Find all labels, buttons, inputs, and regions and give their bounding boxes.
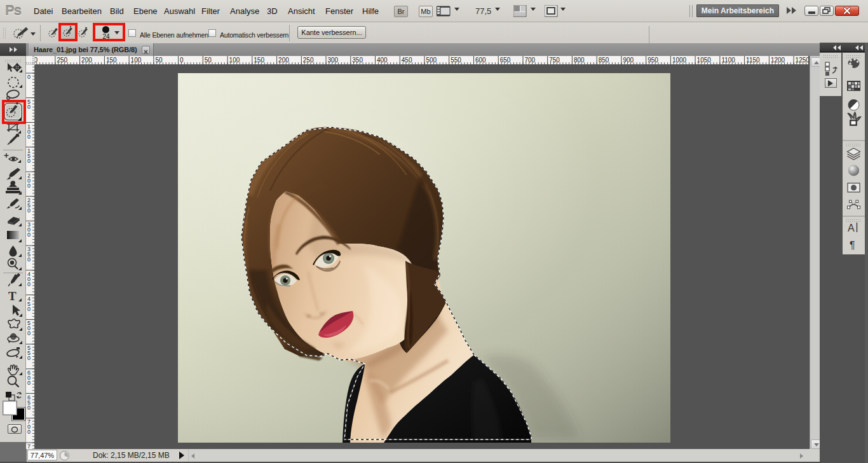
svg-text:650: 650	[500, 57, 511, 64]
svg-text:900: 900	[623, 57, 634, 64]
svg-text:700: 700	[525, 57, 536, 64]
svg-text:950: 950	[648, 57, 658, 64]
svg-text:150: 150	[254, 57, 264, 64]
svg-text:0: 0	[27, 281, 31, 287]
svg-text:250: 250	[303, 57, 314, 64]
svg-text:0: 0	[27, 256, 31, 263]
svg-text:450: 450	[402, 57, 412, 64]
svg-text:0: 0	[27, 207, 31, 214]
svg-text:0: 0	[27, 74, 31, 80]
svg-text:0: 0	[27, 306, 31, 312]
svg-text:0: 0	[27, 134, 31, 140]
svg-text:150: 150	[106, 57, 117, 64]
svg-text:1050: 1050	[697, 57, 712, 64]
svg-text:0: 0	[180, 57, 184, 64]
svg-text:1250: 1250	[796, 57, 808, 64]
svg-text:0: 0	[27, 355, 31, 361]
svg-text:250: 250	[57, 57, 67, 64]
svg-text:¶: ¶	[850, 240, 855, 251]
svg-text:A: A	[848, 223, 855, 233]
svg-text:600: 600	[475, 57, 486, 64]
svg-text:500: 500	[426, 57, 437, 64]
svg-text:550: 550	[451, 57, 461, 64]
svg-text:400: 400	[377, 57, 388, 64]
svg-text:300: 300	[328, 57, 339, 64]
svg-text:0: 0	[27, 429, 31, 435]
svg-text:50: 50	[155, 57, 163, 64]
svg-text:100: 100	[229, 57, 240, 64]
svg-text:T: T	[8, 289, 17, 303]
svg-text:200: 200	[278, 57, 289, 64]
svg-text:1150: 1150	[746, 57, 760, 64]
svg-text:1200: 1200	[771, 57, 785, 64]
svg-text:0: 0	[27, 183, 31, 189]
svg-text:1100: 1100	[721, 57, 735, 64]
svg-text:50: 50	[205, 57, 212, 64]
svg-text:200: 200	[81, 57, 92, 64]
svg-text:350: 350	[352, 57, 363, 64]
svg-text:800: 800	[574, 57, 585, 64]
svg-text:750: 750	[549, 57, 560, 64]
svg-text:0: 0	[27, 104, 31, 110]
svg-text:1000: 1000	[672, 57, 687, 64]
svg-text:0: 0	[27, 330, 31, 336]
svg-text:0: 0	[27, 232, 31, 238]
svg-text:850: 850	[599, 57, 609, 64]
svg-text:0: 0	[27, 380, 31, 386]
svg-text:0: 0	[27, 158, 31, 164]
svg-text:0: 0	[27, 404, 31, 411]
svg-text:100: 100	[131, 57, 142, 64]
